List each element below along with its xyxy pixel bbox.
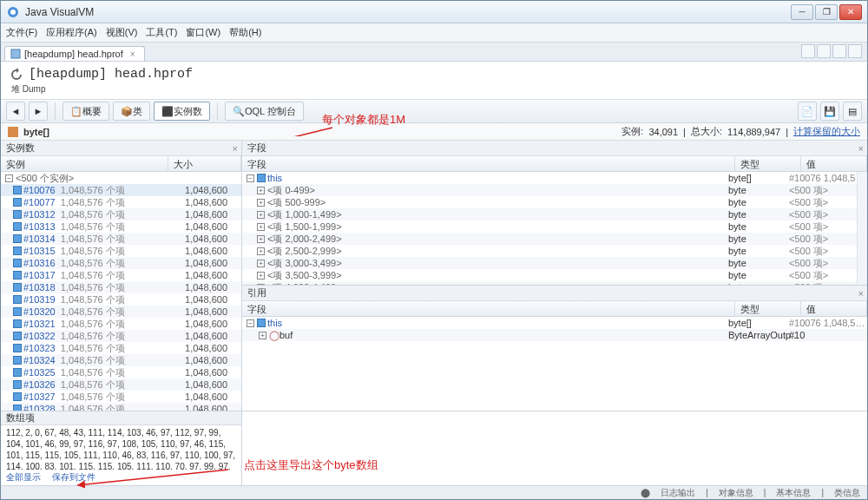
refresh-icon[interactable] xyxy=(10,68,23,82)
byte-icon xyxy=(13,307,22,316)
svg-rect-2 xyxy=(11,49,20,58)
menu-tools[interactable]: 工具(T) xyxy=(146,26,177,39)
range-row[interactable]: +<项 500-999>byte<500 项> xyxy=(242,196,857,208)
col-type[interactable]: 类型 xyxy=(735,156,801,171)
retained-link[interactable]: 计算保留的大小 xyxy=(793,125,860,138)
arrow-icon xyxy=(258,126,334,136)
menu-help[interactable]: 帮助(H) xyxy=(229,26,261,39)
svg-line-4 xyxy=(261,128,332,136)
annotation-bottom: 点击这里导出这个byte数组 xyxy=(244,457,378,473)
col-field[interactable]: 字段 xyxy=(242,301,735,316)
tab-max-button[interactable] xyxy=(848,44,862,58)
tool-a-button[interactable]: 📄 xyxy=(798,102,817,121)
right-tab[interactable]: 字段 xyxy=(247,141,266,155)
instance-row[interactable]: #103191,048,576 个项1,048,600 xyxy=(1,293,241,306)
references-tab[interactable]: 引用 xyxy=(247,286,266,299)
instance-row[interactable]: #103121,048,576 个项1,048,600 xyxy=(1,208,241,220)
collapse-icon[interactable]: − xyxy=(247,319,254,327)
svg-point-1 xyxy=(10,10,16,15)
expand-icon[interactable]: + xyxy=(259,332,266,339)
range-row[interactable]: +<项 2,500-2,999>byte<500 项> xyxy=(242,245,857,257)
nav-back-button[interactable]: ◄ xyxy=(6,102,25,121)
menu-app[interactable]: 应用程序(A) xyxy=(46,26,97,39)
byte-icon xyxy=(13,405,22,411)
instance-row[interactable]: #103231,048,576 个项1,048,600 xyxy=(1,342,241,354)
col-type[interactable]: 类型 xyxy=(735,301,801,316)
byte-icon xyxy=(13,247,22,255)
instance-row[interactable]: #103271,048,576 个项1,048,600 xyxy=(1,391,241,403)
col-size[interactable]: 大小 xyxy=(168,156,241,171)
titlebar: Java VisualVM ─ ❐ ✕ xyxy=(1,1,867,23)
range-row[interactable]: +<项 3,000-3,499>byte<500 项> xyxy=(242,257,857,269)
instances-pane: 实例数× 实例 大小 −<500 个实例>#100761,048,576 个项1… xyxy=(1,141,242,411)
byte-icon xyxy=(13,222,22,231)
instance-tree[interactable]: −<500 个实例>#100761,048,576 个项1,048,600#10… xyxy=(1,172,241,411)
oql-button[interactable]: 🔍 OQL 控制台 xyxy=(225,102,304,121)
type-icon xyxy=(8,127,18,137)
app-icon xyxy=(6,5,20,19)
tab-prev-button[interactable] xyxy=(801,44,815,58)
range-row[interactable]: +<项 2,000-2,499>byte<500 项> xyxy=(242,233,857,245)
tab-close-icon[interactable]: × xyxy=(130,49,135,59)
instance-row[interactable]: #100771,048,576 个项1,048,600 xyxy=(1,196,241,208)
menu-window[interactable]: 窗口(W) xyxy=(186,26,220,39)
instance-row[interactable]: #100761,048,576 个项1,048,600 xyxy=(1,184,241,196)
col-value[interactable]: 值 xyxy=(801,301,867,316)
menu-view[interactable]: 视图(V) xyxy=(106,26,138,39)
byte-icon xyxy=(13,234,22,243)
heap-icon xyxy=(10,49,21,59)
tab-heapdump[interactable]: [heapdump] head.hprof × xyxy=(4,46,145,61)
close-icon[interactable]: × xyxy=(858,288,864,299)
tab-next-button[interactable] xyxy=(817,44,831,58)
instance-row[interactable]: #103131,048,576 个项1,048,600 xyxy=(1,220,241,233)
col-field[interactable]: 字段 xyxy=(242,156,735,171)
scrollbar[interactable] xyxy=(857,172,867,285)
instance-row[interactable]: #103281,048,576 个项1,048,600 xyxy=(1,403,241,411)
array-title: 数组项 xyxy=(1,411,241,425)
classes-button[interactable]: 📦 类 xyxy=(113,102,150,121)
overview-button[interactable]: 📋 概要 xyxy=(62,102,109,121)
tool-b-button[interactable]: 💾 xyxy=(820,102,839,121)
tab-label: [heapdump] head.hprof xyxy=(24,49,123,59)
range-row[interactable]: +<项 1,000-1,499>byte<500 项> xyxy=(242,208,857,220)
instance-row[interactable]: #103171,048,576 个项1,048,600 xyxy=(1,269,241,281)
range-row[interactable]: +<项 4,000-4,499>byte<500 项> xyxy=(242,281,857,285)
menu-file[interactable]: 文件(F) xyxy=(6,26,37,39)
maximize-button[interactable]: ❐ xyxy=(815,4,838,20)
byte-icon xyxy=(13,259,22,267)
minimize-button[interactable]: ─ xyxy=(791,4,813,20)
byte-icon xyxy=(13,210,22,219)
byte-icon xyxy=(13,198,22,207)
instance-row[interactable]: #103161,048,576 个项1,048,600 xyxy=(1,257,241,269)
instance-row[interactable]: #103251,048,576 个项1,048,600 xyxy=(1,366,241,378)
instance-row[interactable]: #103211,048,576 个项1,048,600 xyxy=(1,318,241,330)
field-tree[interactable]: −thisbyte[]#10076 1,048,5…+<项 0-499>byte… xyxy=(242,172,857,285)
instance-row[interactable]: #103181,048,576 个项1,048,600 xyxy=(1,281,241,293)
tab-list-button[interactable] xyxy=(832,44,846,58)
range-row[interactable]: +<项 3,500-3,999>byte<500 项> xyxy=(242,269,857,281)
count-value: 34,091 xyxy=(648,127,678,137)
byte-icon xyxy=(13,271,22,280)
close-button[interactable]: ✕ xyxy=(839,4,862,20)
range-row[interactable]: +<项 0-499>byte<500 项> xyxy=(242,184,857,196)
byte-icon xyxy=(257,319,266,327)
show-all-link[interactable]: 全部显示 xyxy=(6,472,41,482)
instance-row[interactable]: #103261,048,576 个项1,048,600 xyxy=(1,378,241,391)
left-tab[interactable]: 实例数 xyxy=(6,141,35,155)
array-content: 112, 2, 0, 67, 48, 43, 111, 114, 103, 46… xyxy=(1,425,241,470)
tool-c-button[interactable]: ▤ xyxy=(843,102,862,121)
range-row[interactable]: +<项 1,500-1,999>byte<500 项> xyxy=(242,220,857,233)
instance-row[interactable]: #103221,048,576 个项1,048,600 xyxy=(1,330,241,342)
references-tree[interactable]: −thisbyte[]#10076 1,048,5… +◯ bufByteArr… xyxy=(242,317,867,411)
col-value[interactable]: 值 xyxy=(801,156,867,171)
close-icon[interactable]: × xyxy=(233,143,238,154)
close-icon[interactable]: × xyxy=(858,143,864,154)
instances-button[interactable]: ⬛ 实例数 xyxy=(154,102,210,121)
arrow-icon xyxy=(74,466,230,490)
instance-row[interactable]: #103151,048,576 个项1,048,600 xyxy=(1,245,241,257)
instance-row[interactable]: #103201,048,576 个项1,048,600 xyxy=(1,306,241,318)
instance-row[interactable]: #103241,048,576 个项1,048,600 xyxy=(1,354,241,366)
col-instance[interactable]: 实例 xyxy=(1,156,168,171)
nav-fwd-button[interactable]: ► xyxy=(29,102,48,121)
instance-row[interactable]: #103141,048,576 个项1,048,600 xyxy=(1,233,241,245)
